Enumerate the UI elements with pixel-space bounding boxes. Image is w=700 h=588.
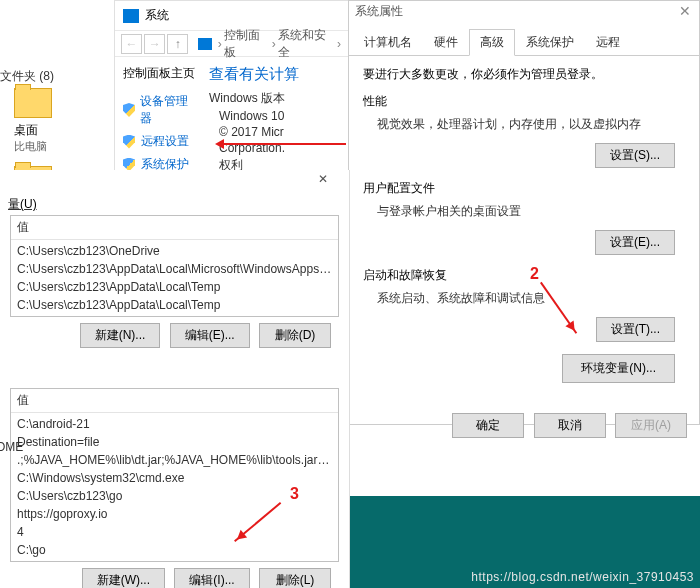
chevron-right-icon: ›: [218, 37, 222, 51]
list-item[interactable]: C:\Users\czb123\AppData\Local\Temp: [17, 278, 332, 296]
breadcrumb[interactable]: 系统和安全: [278, 27, 335, 61]
tab-hardware[interactable]: 硬件: [423, 29, 469, 56]
breadcrumb[interactable]: 控制面板: [224, 27, 270, 61]
annotation-marker-3: 3: [290, 485, 299, 503]
close-icon[interactable]: ✕: [679, 3, 691, 19]
list-item[interactable]: https://goproxy.io: [17, 505, 332, 523]
startup-group-desc: 系统启动、系统故障和调试信息: [363, 290, 685, 307]
dialog-title: 系统属性: [355, 4, 403, 18]
list-item[interactable]: C:\Users\czb123\AppData\Local\Microsoft\…: [17, 260, 332, 278]
device-manager-link[interactable]: 设备管理器: [123, 90, 197, 130]
folder-count-label: 文件夹 (8): [0, 68, 54, 85]
shield-icon: [123, 103, 135, 117]
windows-edition-label: Windows 版本: [209, 90, 345, 107]
system-properties-dialog: 系统属性 ✕ 计算机名 硬件 高级 系统保护 远程 要进行大多数更改，你必须作为…: [348, 0, 700, 425]
back-button[interactable]: ←: [121, 34, 142, 54]
nav-bar: ← → ↑ › 控制面板 › 系统和安全 ›: [115, 31, 349, 57]
user-profile-group-desc: 与登录帐户相关的桌面设置: [363, 203, 685, 220]
chevron-right-icon: ›: [272, 37, 276, 51]
tab-system-protection[interactable]: 系统保护: [515, 29, 585, 56]
variable-name-label: OME: [0, 440, 23, 454]
tab-remote[interactable]: 远程: [585, 29, 631, 56]
shield-icon: [123, 135, 135, 149]
environment-variables-button[interactable]: 环境变量(N)...: [562, 354, 675, 383]
computer-icon: [198, 38, 211, 50]
apply-button[interactable]: 应用(A): [615, 413, 687, 438]
edit-system-var-button[interactable]: 编辑(I)...: [174, 568, 249, 588]
close-icon[interactable]: ✕: [303, 172, 343, 192]
watermark-text: https://blog.csdn.net/weixin_37910453: [471, 570, 694, 584]
user-profile-group-title: 用户配置文件: [363, 180, 685, 197]
ok-button[interactable]: 确定: [452, 413, 524, 438]
system-window: 系统 ← → ↑ › 控制面板 › 系统和安全 › 控制面板主页 设备管理器 远…: [114, 0, 350, 180]
delete-user-var-button[interactable]: 删除(D): [259, 323, 331, 348]
performance-settings-button[interactable]: 设置(S)...: [595, 143, 675, 168]
environment-variables-dialog: ✕ 量(U) 值 C:\Users\czb123\OneDrive C:\Use…: [0, 170, 350, 588]
computer-icon: [123, 9, 139, 23]
control-panel-home[interactable]: 控制面板主页: [123, 65, 197, 82]
user-variables-list[interactable]: 值 C:\Users\czb123\OneDrive C:\Users\czb1…: [10, 215, 339, 317]
forward-button[interactable]: →: [144, 34, 165, 54]
list-item[interactable]: C:\go: [17, 541, 332, 559]
admin-note: 要进行大多数更改，你必须作为管理员登录。: [363, 66, 685, 83]
system-variables-list[interactable]: 值 C:\android-21 Destination=file .;%JAVA…: [10, 388, 339, 562]
list-item[interactable]: Destination=file: [17, 433, 332, 451]
startup-group-title: 启动和故障恢复: [363, 267, 685, 284]
chevron-right-icon: ›: [337, 37, 341, 51]
list-item[interactable]: C:\android-21: [17, 415, 332, 433]
list-item[interactable]: .;%JAVA_HOME%\lib\dt.jar;%JAVA_HOME%\lib…: [17, 451, 332, 469]
windows-edition-value: Windows 10: [209, 109, 345, 123]
list-item[interactable]: C:\Users\czb123\AppData\Local\Temp: [17, 296, 332, 314]
annotation-marker-2: 2: [530, 265, 539, 283]
user-variables-label: 量(U): [8, 195, 37, 213]
new-system-var-button[interactable]: 新建(W)...: [82, 568, 165, 588]
edit-user-var-button[interactable]: 编辑(E)...: [170, 323, 250, 348]
folder-icon: [14, 88, 52, 118]
desktop-item[interactable]: 桌面 比电脑: [0, 84, 115, 162]
list-item[interactable]: C:\Users\czb123\go: [17, 487, 332, 505]
delete-system-var-button[interactable]: 删除(L): [259, 568, 331, 588]
remote-settings-link[interactable]: 远程设置: [123, 130, 197, 153]
list-item[interactable]: C:\Windows\system32\cmd.exe: [17, 469, 332, 487]
tab-advanced[interactable]: 高级: [469, 29, 515, 56]
annotation-arrow: [218, 143, 346, 145]
desktop-item-sublabel: 比电脑: [14, 139, 47, 154]
list-column-header: 值: [11, 216, 338, 240]
performance-group-desc: 视觉效果，处理器计划，内存使用，以及虚拟内存: [363, 116, 685, 133]
system-info-heading: 查看有关计算: [209, 65, 345, 84]
copyright-text: © 2017 Micr: [209, 125, 345, 139]
performance-group-title: 性能: [363, 93, 685, 110]
dialog-footer: 确定 取消 应用(A): [349, 405, 699, 446]
cancel-button[interactable]: 取消: [534, 413, 606, 438]
tab-computer-name[interactable]: 计算机名: [353, 29, 423, 56]
up-button[interactable]: ↑: [167, 34, 188, 54]
system-title: 系统: [145, 7, 169, 24]
desktop-item-label: 桌面: [14, 122, 38, 139]
dialog-title-bar: 系统属性 ✕: [349, 1, 699, 23]
startup-settings-button[interactable]: 设置(T)...: [596, 317, 675, 342]
list-column-header: 值: [11, 389, 338, 413]
list-item[interactable]: C:\Users\czb123\OneDrive: [17, 242, 332, 260]
new-user-var-button[interactable]: 新建(N)...: [80, 323, 161, 348]
list-item[interactable]: 4: [17, 523, 332, 541]
user-profile-settings-button[interactable]: 设置(E)...: [595, 230, 675, 255]
tab-strip: 计算机名 硬件 高级 系统保护 远程: [349, 29, 699, 56]
